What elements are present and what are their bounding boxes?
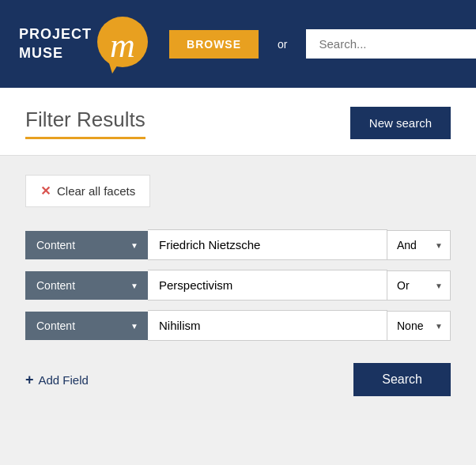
header: PROJECT MUSE m BROWSE or	[0, 0, 476, 88]
field-row: Content Title Author And Or None	[25, 310, 451, 341]
facets-area: ✕ Clear all facets Content Title Author …	[0, 156, 476, 420]
clear-all-label: Clear all facets	[57, 184, 135, 198]
clear-all-facets-button[interactable]: ✕ Clear all facets	[25, 175, 150, 207]
search-fields-container: Content Title Author And Or None Content…	[25, 229, 451, 341]
field-type-select-2[interactable]: Content Title Author	[25, 271, 148, 300]
operator-wrapper-1: And Or None	[387, 230, 451, 260]
operator-wrapper-3: And Or None	[387, 311, 451, 341]
add-plus-icon: +	[25, 372, 34, 388]
bottom-row: + Add Field Search	[25, 363, 451, 396]
operator-wrapper-2: And Or None	[387, 270, 451, 301]
add-field-label: Add Field	[39, 373, 89, 387]
field-type-select-3[interactable]: Content Title Author	[25, 312, 148, 340]
new-search-button[interactable]: New search	[350, 107, 451, 139]
operator-select-3[interactable]: And Or None	[387, 311, 451, 341]
filter-header: Filter Results New search	[25, 107, 451, 139]
field-value-input-3[interactable]	[148, 310, 387, 341]
field-type-select-1[interactable]: Content Title Author	[25, 231, 148, 259]
logo-bubble: m	[95, 14, 150, 74]
logo-area: PROJECT MUSE m	[19, 14, 150, 74]
operator-select-1[interactable]: And Or None	[387, 230, 451, 260]
field-row: Content Title Author And Or None	[25, 270, 451, 301]
field-row: Content Title Author And Or None	[25, 229, 451, 260]
svg-text:m: m	[110, 26, 135, 65]
svg-marker-2	[109, 63, 119, 74]
browse-button[interactable]: BROWSE	[169, 30, 259, 59]
logo-text: PROJECT MUSE	[19, 25, 92, 62]
header-search-input[interactable]	[306, 29, 476, 59]
field-value-input-1[interactable]	[148, 229, 387, 260]
operator-select-2[interactable]: And Or None	[387, 270, 451, 301]
clear-x-icon: ✕	[40, 183, 51, 198]
field-type-wrapper-2: Content Title Author	[25, 271, 148, 300]
filter-title: Filter Results	[25, 108, 145, 139]
filter-results-section: Filter Results New search	[0, 88, 476, 156]
or-divider: or	[278, 38, 287, 51]
add-field-button[interactable]: + Add Field	[25, 372, 89, 388]
field-type-wrapper-3: Content Title Author	[25, 312, 148, 340]
search-button[interactable]: Search	[353, 363, 451, 396]
field-type-wrapper-1: Content Title Author	[25, 231, 148, 259]
field-value-input-2[interactable]	[148, 270, 387, 301]
